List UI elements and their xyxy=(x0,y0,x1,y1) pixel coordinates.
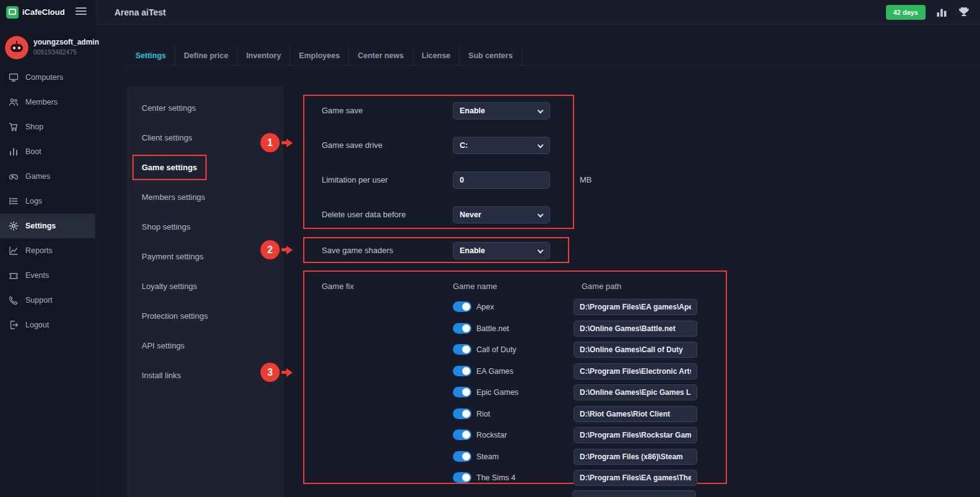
game-save-drive-select[interactable]: C: xyxy=(453,137,550,154)
ticket-icon xyxy=(9,270,19,280)
tab-center-news[interactable]: Center news xyxy=(349,46,413,65)
game-path-input-partial[interactable] xyxy=(572,490,696,497)
game-fix-row: Apex xyxy=(304,299,726,315)
trophy-icon[interactable] xyxy=(958,6,970,19)
game-name: Rockstar xyxy=(476,427,507,443)
settings-nav-game-settings[interactable]: Game settings xyxy=(127,152,283,182)
sidebar-item-settings[interactable]: Settings xyxy=(0,214,95,238)
game-fix-row: Riot xyxy=(304,406,726,422)
main-content: Settings Define price Inventory Employee… xyxy=(95,25,980,497)
game-fix-toggle[interactable] xyxy=(453,301,471,312)
game-path-input[interactable] xyxy=(574,470,697,486)
sidebar-item-logout[interactable]: Logout xyxy=(0,313,95,337)
hamburger-menu-icon[interactable] xyxy=(75,7,87,17)
game-fix-toggle[interactable] xyxy=(453,451,471,462)
boot-icon xyxy=(9,147,19,157)
game-fix-toggle[interactable] xyxy=(453,387,471,397)
tab-settings[interactable]: Settings xyxy=(127,46,175,65)
sidebar-item-events[interactable]: Events xyxy=(0,263,95,288)
game-path-input[interactable] xyxy=(574,427,697,443)
game-path-input[interactable] xyxy=(574,363,697,379)
select-value: Never xyxy=(460,210,481,219)
game-fix-toggle[interactable] xyxy=(453,366,471,376)
settings-nav-api-settings[interactable]: API settings xyxy=(127,331,283,360)
game-path-input[interactable] xyxy=(574,299,697,315)
user-profile[interactable]: youngzsoft_admin 005193482475 xyxy=(0,25,95,65)
game-fix-row: The Sims 4 xyxy=(304,470,726,486)
tab-label: Center news xyxy=(358,51,403,60)
logout-icon xyxy=(9,320,19,330)
game-fix-toggle[interactable] xyxy=(453,430,471,440)
sidebar-item-label: Games xyxy=(25,172,50,181)
user-id: 005193482475 xyxy=(33,48,99,56)
game-fix-toggle[interactable] xyxy=(453,323,471,334)
delete-user-data-before-select[interactable]: Never xyxy=(453,206,550,223)
save-game-shaders-label: Save game shaders xyxy=(322,242,393,259)
game-fix-header: Game fix Game name Game path xyxy=(304,279,726,294)
game-fix-row: Epic Games xyxy=(304,384,726,400)
avatar xyxy=(5,36,28,59)
tab-sub-centers[interactable]: Sub centers xyxy=(460,46,522,65)
game-path-input[interactable] xyxy=(574,342,697,358)
sidebar-item-games[interactable]: Games xyxy=(0,164,95,189)
settings-nav-label: API settings xyxy=(142,341,184,350)
game-name-column: Game name xyxy=(453,279,497,294)
sidebar-item-members[interactable]: Members xyxy=(0,90,95,115)
sidebar-item-computers[interactable]: Computers xyxy=(0,65,95,90)
game-path-input[interactable] xyxy=(574,406,697,422)
tab-define-price[interactable]: Define price xyxy=(175,46,238,65)
settings-nav-label: Loyalty settings xyxy=(142,282,197,291)
center-title: Arena aiTest xyxy=(114,7,166,17)
game-fix-row: Battle.net xyxy=(304,321,726,337)
sidebar-item-label: Boot xyxy=(25,147,41,156)
settings-nav-label: Install links xyxy=(142,371,181,380)
game-fix-toggle[interactable] xyxy=(453,472,471,483)
sidebar-item-reports[interactable]: Reports xyxy=(0,238,95,263)
license-days-badge[interactable]: 42 days xyxy=(886,5,926,20)
game-path-input[interactable] xyxy=(574,449,697,465)
gear-icon xyxy=(9,221,19,231)
settings-nav-loyalty-settings[interactable]: Loyalty settings xyxy=(127,271,283,301)
tab-label: Sub centers xyxy=(468,51,513,60)
game-name: Call of Duty xyxy=(476,342,517,358)
game-save-select[interactable]: Enable xyxy=(453,102,550,119)
settings-nav-center-settings[interactable]: Center settings xyxy=(127,93,283,123)
sidebar-item-shop[interactable]: Shop xyxy=(0,115,95,139)
limitation-per-user-input[interactable] xyxy=(453,171,550,189)
tab-label: License xyxy=(422,51,451,60)
stats-bars-icon[interactable] xyxy=(935,6,948,19)
settings-nav-shop-settings[interactable]: Shop settings xyxy=(127,212,283,241)
settings-nav-label: Shop settings xyxy=(142,222,191,231)
members-icon xyxy=(9,97,19,107)
select-value: C: xyxy=(460,141,468,150)
save-game-shaders-select[interactable]: Enable xyxy=(453,242,550,259)
game-path-input[interactable] xyxy=(574,384,697,400)
tab-label: Employees xyxy=(299,51,340,60)
sidebar-item-label: Shop xyxy=(25,123,43,131)
annotation-1: 1 xyxy=(260,133,293,152)
chart-icon xyxy=(9,246,19,256)
select-value: Enable xyxy=(460,246,485,255)
tab-employees[interactable]: Employees xyxy=(290,46,349,65)
game-fix-toggle[interactable] xyxy=(453,408,471,419)
annotation-2: 2 xyxy=(260,240,293,259)
game-fix-row: Steam xyxy=(304,449,726,465)
tab-label: Define price xyxy=(184,51,228,60)
cart-icon xyxy=(9,122,19,132)
sidebar: youngzsoft_admin 005193482475 Computers … xyxy=(0,25,95,497)
arrow-right-icon xyxy=(282,246,293,254)
game-path-input[interactable] xyxy=(574,321,697,337)
sidebar-item-label: Computers xyxy=(25,73,63,82)
sidebar-item-label: Logs xyxy=(25,197,42,205)
settings-nav-members-settings[interactable]: Members settings xyxy=(127,182,283,212)
sidebar-item-boot[interactable]: Boot xyxy=(0,139,95,164)
phone-icon xyxy=(9,295,19,305)
tab-license[interactable]: License xyxy=(413,46,460,65)
tab-inventory[interactable]: Inventory xyxy=(238,46,290,65)
annotation-3-number: 3 xyxy=(260,363,280,382)
sidebar-item-logs[interactable]: Logs xyxy=(0,189,95,214)
game-fix-toggle[interactable] xyxy=(453,344,471,355)
sidebar-item-support[interactable]: Support xyxy=(0,288,95,313)
logs-list-icon xyxy=(9,196,19,206)
settings-nav-protection-settings[interactable]: Protection settings xyxy=(127,301,283,331)
